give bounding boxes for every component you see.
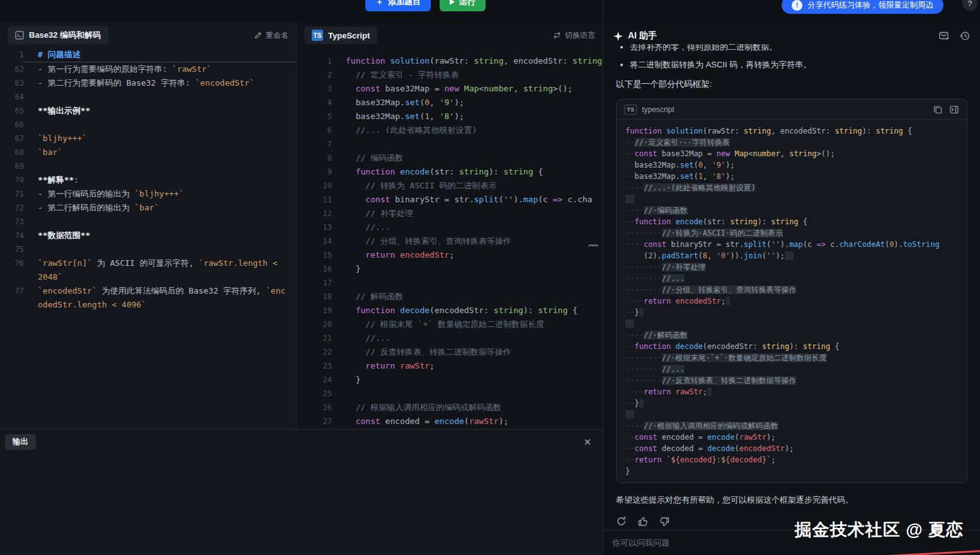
code-line-content: // 解码函数 — [332, 290, 603, 304]
topbar-actions: ＋ 添加题目 运行 — [365, 0, 486, 11]
code-line-content: ··//·定义索引·-·字符转换表 — [625, 137, 958, 148]
sparkle-icon — [613, 31, 623, 41]
code-line: 70**解释**: — [0, 173, 296, 187]
code-line-content — [332, 276, 603, 290]
line-number: 12 — [297, 207, 332, 220]
code-line: ··const encoded = encode(rawStr); — [625, 432, 958, 443]
history-button[interactable] — [960, 31, 970, 41]
code-line: ········//... — [625, 273, 958, 284]
code-line: 15 return encodedStr; — [297, 248, 603, 262]
line-number: 74 — [0, 229, 24, 243]
problem-title-badge[interactable]: Base32 编码和解码 — [8, 26, 108, 45]
code-line-content: `encodedStr` 为使用此算法编码后的 Base32 字符序列, `en… — [24, 284, 296, 312]
code-line-content: // 根据末尾 `+` 数量确定原始二进制数据长度 — [332, 318, 603, 331]
code-line: ········//·根据末尾·`+`·数量确定原始二进制数据长度 — [625, 352, 958, 363]
problem-title: Base32 编码和解码 — [29, 30, 101, 41]
code-line-content: ········//·反查转换表、转换二进制数据等操作 — [625, 375, 958, 386]
line-number: 14 — [297, 234, 332, 248]
output-tab[interactable]: 输出 — [5, 434, 36, 450]
code-line-content: // 反查转换表、转换二进制数据等操作 — [332, 345, 603, 359]
line-number: 24 — [297, 373, 332, 387]
panel-divider[interactable] — [603, 0, 603, 555]
code-line: ········//... — [625, 363, 958, 375]
typescript-mini-badge: TS — [624, 105, 637, 115]
feedback-icon — [939, 31, 950, 41]
help-button[interactable]: ? — [962, 0, 977, 11]
code-line: 4 base32Map.set(0, '9'); — [297, 96, 603, 110]
code-practice-app: ＋ 添加题目 运行 ! 分享代码练习体验，领限量定制周边 ? — [0, 0, 980, 555]
code-line-content: `bljhy+++` — [24, 132, 296, 146]
share-banner[interactable]: ! 分享代码练习体验，领限量定制周边 — [782, 0, 943, 14]
thumbs-up-button[interactable] — [638, 516, 648, 527]
code-line-content: function solution(rawStr: string, encode… — [625, 125, 958, 137]
code-line: 13 //... — [297, 220, 603, 234]
insert-code-button[interactable] — [950, 105, 959, 114]
insert-code-icon — [950, 105, 959, 114]
ai-footer-note: 希望这些提示对您有所帮助，您可以根据这个框架逐步完善代码。 — [616, 495, 967, 506]
code-line-content: ··const decoded = decode(encodedStr); — [625, 443, 958, 454]
line-number: 20 — [297, 318, 332, 331]
code-editor[interactable]: 1function solution(rawStr: string, encod… — [297, 47, 603, 428]
code-line-content: `bar` — [24, 146, 296, 159]
line-number: 70 — [0, 173, 24, 187]
switch-language-button[interactable]: 切换语言 — [553, 30, 595, 41]
code-line-content: `rawStr[n]` 为 ASCII 的可显示字符, `rawStr.leng… — [24, 256, 296, 284]
line-number: 71 — [0, 187, 24, 201]
code-line: 19 function decode(encodedStr: string): … — [297, 304, 603, 318]
code-line: ··const base32Map = new Map<number, stri… — [625, 148, 958, 159]
code-line: ····//...·(此处省略其他映射设置) — [625, 182, 958, 193]
code-line-content: ········//... — [625, 363, 958, 375]
code-line: (2).padStart(8, '0')).join(''); — [625, 250, 958, 261]
copy-code-button[interactable] — [933, 105, 942, 114]
ai-response-actions — [616, 516, 967, 527]
code-line-content: ··base32Map.set(0, '9'); — [625, 159, 958, 171]
line-number: 9 — [297, 165, 332, 179]
add-problem-button[interactable]: ＋ 添加题目 — [365, 0, 431, 11]
ai-code-block: TS typescript — [616, 99, 967, 483]
code-line-content: } — [625, 466, 958, 477]
code-line-content: // 编码函数 — [332, 151, 603, 165]
code-line: 17 — [297, 276, 603, 290]
regenerate-button[interactable] — [616, 516, 627, 527]
ai-code-content: function solution(rawStr: string, encode… — [617, 120, 967, 483]
line-number: 25 — [297, 387, 332, 401]
code-line: ··function encode(str: string): string { — [625, 216, 958, 227]
code-line: 1# 问题描述 — [0, 48, 296, 62]
language-badge[interactable]: TS TypeScript — [304, 26, 377, 44]
code-line: 14 // 分组、转换索引、查询转换表等操作 — [297, 234, 603, 248]
code-line: ····const binaryStr = str.split('').map(… — [625, 239, 958, 250]
code-line: 7 — [297, 137, 603, 151]
line-number: 3 — [297, 82, 332, 96]
share-banner-label: 分享代码练习体验，领限量定制周边 — [807, 0, 933, 11]
line-number: 72 — [0, 201, 24, 215]
code-line: 65**输出示例** — [0, 104, 296, 118]
code-line-content: ········//·根据末尾·`+`·数量确定原始二进制数据长度 — [625, 352, 958, 363]
close-output-button[interactable]: ✕ — [583, 437, 591, 447]
regenerate-icon — [616, 516, 627, 527]
code-line: ··return `${encoded}:${decoded}`; — [625, 454, 958, 466]
run-button[interactable]: 运行 — [440, 0, 486, 11]
code-line: 27 const encoded = encode(rawStr); — [297, 415, 603, 428]
code-line-content: } — [332, 262, 603, 276]
line-number: 1 — [297, 54, 332, 68]
code-line: 63- 第二行为需要解码的 Base32 字符串: `encodedStr` — [0, 76, 296, 90]
add-problem-label: 添加题目 — [388, 0, 421, 8]
code-line-content: ··const base32Map = new Map<number, stri… — [625, 148, 958, 159]
feedback-button[interactable] — [939, 31, 950, 41]
rename-button[interactable]: 重命名 — [254, 30, 288, 41]
ai-conversation: 去掉补齐的零，得到原始的二进制数据。 将二进制数据转换为 ASCII 码，再转换… — [603, 44, 980, 530]
thumbs-down-button[interactable] — [659, 516, 669, 527]
line-number: 11 — [297, 193, 332, 207]
code-line: ········//·补零处理 — [625, 261, 958, 273]
code-line: ········//·转换为·ASCII·码的二进制表示 — [625, 227, 958, 239]
code-line: ··//·定义索引·-·字符转换表 — [625, 137, 958, 148]
line-number: 77 — [0, 284, 24, 312]
code-line: 20 // 根据末尾 `+` 数量确定原始二进制数据长度 — [297, 318, 603, 331]
ai-chat-input[interactable]: 你可以问我问题 — [603, 530, 980, 555]
code-line: ··base32Map.set(0, '9'); — [625, 159, 958, 171]
markdown-editor[interactable]: 1# 问题描述 62- 第一行为需要编码的原始字符串: `rawStr`63- … — [0, 47, 296, 312]
code-line-content — [625, 318, 958, 329]
code-line-content: **解释**: — [24, 173, 296, 187]
editor-scrollbar-thumb[interactable] — [588, 244, 598, 246]
megaphone-icon: ! — [792, 0, 802, 11]
